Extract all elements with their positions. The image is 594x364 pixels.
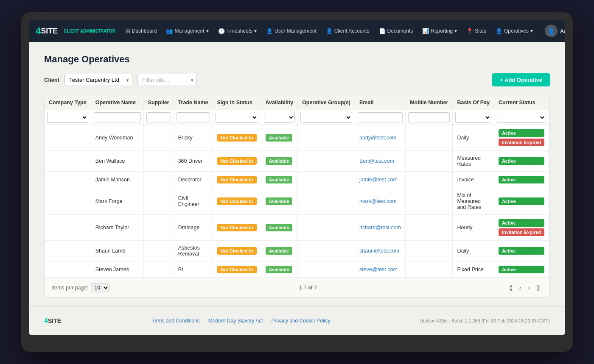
nav-operatives-label: Operatives [504,28,529,34]
filter-trade-name-input[interactable] [177,112,210,122]
nav-client-accounts[interactable]: 👤 Client Accounts [322,25,373,37]
management-icon: 👥 [166,28,173,34]
nav-user-management[interactable]: 👤 User Management [263,25,320,37]
cell-mobile-number [406,261,453,278]
operatives-icon: 👤 [496,28,502,34]
email-link[interactable]: shaun@test.com [359,248,399,254]
site-select-wrap: Filter site... [137,74,197,86]
cell-operative-name: Mark Forge [91,188,143,215]
cell-basis-of-pay: Daily [453,241,494,261]
email-link[interactable]: andy@test.com [359,135,396,141]
pagination-next[interactable]: › [525,283,532,292]
cell-supplier [143,125,174,151]
client-select[interactable]: Tester Carpentry Ltd [64,74,132,86]
cell-operative-name: Richard Taylor [91,215,143,241]
status-badge: Active [499,247,544,255]
th-operative-name[interactable]: Operative Name [91,95,143,110]
add-operative-button[interactable]: + Add Operative [492,73,550,86]
email-link[interactable]: steve@test.com [359,267,398,272]
nav-timesheets[interactable]: 🕐 Timesheets ▾ [215,25,261,37]
nav-documents[interactable]: 📄 Documents [375,25,417,37]
cell-availability: Available [261,261,298,278]
laptop-frame: 4 SITE CLIENT ADMINISTRATOR ⊞ Dashboard … [21,12,573,352]
client-select-wrap: Tester Carpentry Ltd [64,74,132,86]
filter-basis-of-pay-select[interactable] [455,112,491,123]
cell-email: mark@test.com [355,188,406,215]
filter-sign-in-status [213,110,261,125]
cell-availability: Available [261,151,298,172]
cell-trade-name: Bt [174,261,213,278]
nav-timesheets-label: Timesheets [227,28,253,34]
logo: 4 SITE [36,26,58,36]
nav-documents-label: Documents [387,28,413,34]
site-footer: 4 SITE Terms and Conditions Modern Day S… [29,306,565,335]
footer-build-info: Hudson 4Site · Build: 1.1.268 (Fri, 02 F… [420,318,550,323]
filter-current-status-select[interactable] [497,112,546,123]
client-admin-label: CLIENT ADMINISTRATOR [64,29,115,33]
reporting-chevron-icon: ▾ [454,28,457,34]
sign-in-badge: Not Clocked In [217,176,257,183]
status-badge: Active [499,266,544,273]
table-header-row: Company Type Operative Name Supplier Tra… [45,95,550,110]
main-content: Manage Operatives Client Tester Carpentr… [29,42,565,306]
privacy-link[interactable]: Privacy and Cookie Policy [272,318,331,324]
filter-mobile-input[interactable] [408,112,450,122]
cell-operative-name: Andy Woodman [91,125,143,151]
nav-sites[interactable]: 📍 Sites [463,25,490,37]
terms-link[interactable]: Terms and Conditions [151,318,200,324]
filter-company-type-select[interactable] [47,112,88,123]
cell-email: richard@test.com [355,215,406,241]
cell-operative-groups [298,172,355,188]
th-basis-of-pay: Basis Of Pay [453,95,494,110]
page-title: Manage Operatives [44,54,550,65]
filter-email-input[interactable] [358,112,403,122]
cell-supplier [143,215,174,241]
nav-operatives[interactable]: 👤 Operatives ▾ [492,25,536,37]
cell-sign-in-status: Not Clocked In [213,241,261,261]
cell-sign-in-status: Not Clocked In [213,261,261,278]
email-link[interactable]: richard@test.com [359,225,401,231]
cell-company-type [45,151,91,172]
email-link[interactable]: Ben@test.com [359,158,394,164]
admin-button[interactable]: 👤 Admin ▾ [541,23,565,39]
site-select[interactable]: Filter site... [137,74,197,86]
filter-supplier-input[interactable] [146,112,171,122]
email-link[interactable]: jamie@test.com [359,177,398,183]
pagination-first[interactable]: ⟪ [507,283,515,292]
availability-badge: Available [266,247,293,255]
navbar: 4 SITE CLIENT ADMINISTRATOR ⊞ Dashboard … [29,20,565,42]
filter-availability-select[interactable] [264,112,295,123]
nav-reporting[interactable]: 📊 Reporting ▾ [419,25,460,37]
filter-operative-groups-select[interactable] [300,112,352,123]
cell-trade-name: Civil Engineer [174,188,213,215]
footer-logo-4: 4 [44,317,48,325]
cell-operative-name: Jamie Manson [91,172,143,188]
pagination-last[interactable]: ⟫ [534,283,543,292]
screen: 4 SITE CLIENT ADMINISTRATOR ⊞ Dashboard … [29,20,565,335]
nav-management-label: Management [174,28,204,34]
cell-operative-groups [298,151,355,172]
cell-mobile-number [406,215,453,241]
cell-trade-name: Bricky [174,125,213,151]
table-row: Jamie MansonDecoratorNot Clocked InAvail… [45,172,550,188]
filter-sign-in-status-select[interactable] [216,112,258,123]
cell-operative-groups [298,215,355,241]
slavery-link[interactable]: Modern Day Slavery Act [208,318,263,324]
cell-current-status: ActiveInvitation Expired [494,215,549,241]
cell-supplier [143,241,174,261]
cell-current-status: Active [494,172,549,188]
status-badge: Invitation Expired [499,228,544,236]
page-count: 1-7 of 7 [109,285,507,291]
pagination-prev[interactable]: ‹ [517,283,524,292]
pagination-controls: ⟪ ‹ › ⟫ [507,283,543,292]
nav-dashboard[interactable]: ⊞ Dashboard [122,25,160,37]
cell-operative-name: Shaun Lamb [91,241,143,261]
nav-management[interactable]: 👥 Management ▾ [163,25,212,37]
email-link[interactable]: mark@test.com [359,198,397,204]
table-footer: Items per page: 10 25 50 1-7 of 7 ⟪ ‹ › … [45,278,549,297]
availability-badge: Available [266,176,293,183]
filter-operative-name [91,110,143,125]
filter-operative-name-input[interactable] [94,112,141,122]
filter-basis-of-pay [453,110,494,125]
items-per-page-select[interactable]: 10 25 50 [91,283,109,292]
